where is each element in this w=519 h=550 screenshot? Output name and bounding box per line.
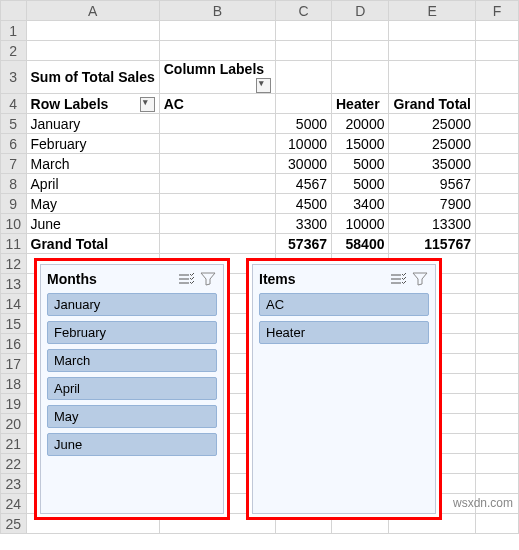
cell[interactable] — [476, 21, 519, 41]
pivot-col-header[interactable]: AC — [159, 94, 275, 114]
cell[interactable] — [276, 21, 332, 41]
pivot-row-labels-cell[interactable]: Row Labels — [26, 94, 159, 114]
pivot-value[interactable]: 3300 — [276, 214, 332, 234]
row-header[interactable]: 9 — [1, 194, 27, 214]
row-header[interactable]: 25 — [1, 514, 27, 534]
pivot-row-label[interactable]: June — [26, 214, 159, 234]
cell[interactable] — [159, 134, 275, 154]
pivot-value[interactable]: 30000 — [276, 154, 332, 174]
cell[interactable] — [476, 434, 519, 454]
pivot-value[interactable]: 20000 — [332, 114, 389, 134]
cell[interactable] — [476, 61, 519, 94]
row-header[interactable]: 22 — [1, 454, 27, 474]
pivot-value[interactable]: 5000 — [332, 154, 389, 174]
pivot-row-label[interactable]: February — [26, 134, 159, 154]
items-slicer[interactable]: Items ACHeater — [252, 264, 436, 514]
pivot-value[interactable]: 3400 — [332, 194, 389, 214]
cell[interactable] — [159, 41, 275, 61]
col-header[interactable]: A — [26, 1, 159, 21]
row-header[interactable]: 1 — [1, 21, 27, 41]
cell[interactable] — [476, 454, 519, 474]
pivot-row-label[interactable]: April — [26, 174, 159, 194]
cell[interactable] — [476, 374, 519, 394]
row-header[interactable]: 8 — [1, 174, 27, 194]
cell[interactable] — [476, 414, 519, 434]
slicer-item-month[interactable]: March — [47, 349, 217, 372]
cell[interactable] — [476, 94, 519, 114]
clear-filter-icon[interactable] — [411, 271, 429, 287]
pivot-row-label[interactable]: May — [26, 194, 159, 214]
pivot-title-cell[interactable]: Sum of Total Sales — [26, 61, 159, 94]
cell[interactable] — [276, 41, 332, 61]
row-header[interactable]: 12 — [1, 254, 27, 274]
cell[interactable] — [332, 61, 389, 94]
pivot-row-label[interactable]: March — [26, 154, 159, 174]
cell[interactable] — [389, 61, 476, 94]
col-header[interactable]: F — [476, 1, 519, 21]
grand-total-label[interactable]: Grand Total — [26, 234, 159, 254]
pivot-value[interactable]: 9567 — [389, 174, 476, 194]
cell[interactable] — [276, 94, 332, 114]
cell[interactable] — [476, 214, 519, 234]
pivot-value[interactable]: 7900 — [389, 194, 476, 214]
cell[interactable] — [476, 154, 519, 174]
select-all-cell[interactable] — [1, 1, 27, 21]
row-header[interactable]: 6 — [1, 134, 27, 154]
months-slicer[interactable]: Months JanuaryFebruaryMarchAprilMayJune — [40, 264, 224, 514]
slicer-item-month[interactable]: February — [47, 321, 217, 344]
cell[interactable] — [476, 254, 519, 274]
cell[interactable] — [476, 194, 519, 214]
cell[interactable] — [159, 214, 275, 234]
pivot-col-header[interactable]: Grand Total — [389, 94, 476, 114]
row-header[interactable]: 7 — [1, 154, 27, 174]
slicer-item-month[interactable]: June — [47, 433, 217, 456]
row-header[interactable]: 17 — [1, 354, 27, 374]
slicer-item-item[interactable]: AC — [259, 293, 429, 316]
cell[interactable] — [476, 134, 519, 154]
clear-filter-icon[interactable] — [199, 271, 217, 287]
row-header[interactable]: 14 — [1, 294, 27, 314]
row-header[interactable]: 4 — [1, 94, 27, 114]
grand-total-value[interactable]: 57367 — [276, 234, 332, 254]
row-header[interactable]: 15 — [1, 314, 27, 334]
row-header[interactable]: 13 — [1, 274, 27, 294]
pivot-value[interactable]: 25000 — [389, 134, 476, 154]
col-header[interactable]: E — [389, 1, 476, 21]
row-header[interactable]: 2 — [1, 41, 27, 61]
multi-select-icon[interactable] — [389, 271, 407, 287]
pivot-row-label[interactable]: January — [26, 114, 159, 134]
pivot-value[interactable]: 13300 — [389, 214, 476, 234]
grand-total-value[interactable]: 58400 — [332, 234, 389, 254]
cell[interactable] — [476, 334, 519, 354]
cell[interactable] — [476, 294, 519, 314]
cell[interactable] — [476, 354, 519, 374]
row-header[interactable]: 20 — [1, 414, 27, 434]
pivot-value[interactable]: 15000 — [332, 134, 389, 154]
slicer-item-item[interactable]: Heater — [259, 321, 429, 344]
slicer-item-month[interactable]: May — [47, 405, 217, 428]
cell[interactable] — [476, 314, 519, 334]
cell[interactable] — [332, 41, 389, 61]
pivot-value[interactable]: 10000 — [276, 134, 332, 154]
cell[interactable] — [159, 114, 275, 134]
row-header[interactable]: 18 — [1, 374, 27, 394]
pivot-value[interactable]: 25000 — [389, 114, 476, 134]
cell[interactable] — [476, 514, 519, 534]
cell[interactable] — [26, 41, 159, 61]
cell[interactable] — [26, 21, 159, 41]
row-header[interactable]: 5 — [1, 114, 27, 134]
pivot-value[interactable]: 4567 — [276, 174, 332, 194]
slicer-item-month[interactable]: January — [47, 293, 217, 316]
cell[interactable] — [476, 174, 519, 194]
row-header[interactable]: 3 — [1, 61, 27, 94]
col-header[interactable]: D — [332, 1, 389, 21]
cell[interactable] — [476, 114, 519, 134]
column-labels-dropdown-icon[interactable] — [256, 78, 271, 93]
pivot-column-labels-cell[interactable]: Column Labels — [159, 61, 275, 94]
pivot-value[interactable]: 4500 — [276, 194, 332, 214]
col-header[interactable]: C — [276, 1, 332, 21]
cell[interactable] — [476, 41, 519, 61]
pivot-value[interactable]: 35000 — [389, 154, 476, 174]
cell[interactable] — [476, 274, 519, 294]
pivot-value[interactable]: 5000 — [276, 114, 332, 134]
